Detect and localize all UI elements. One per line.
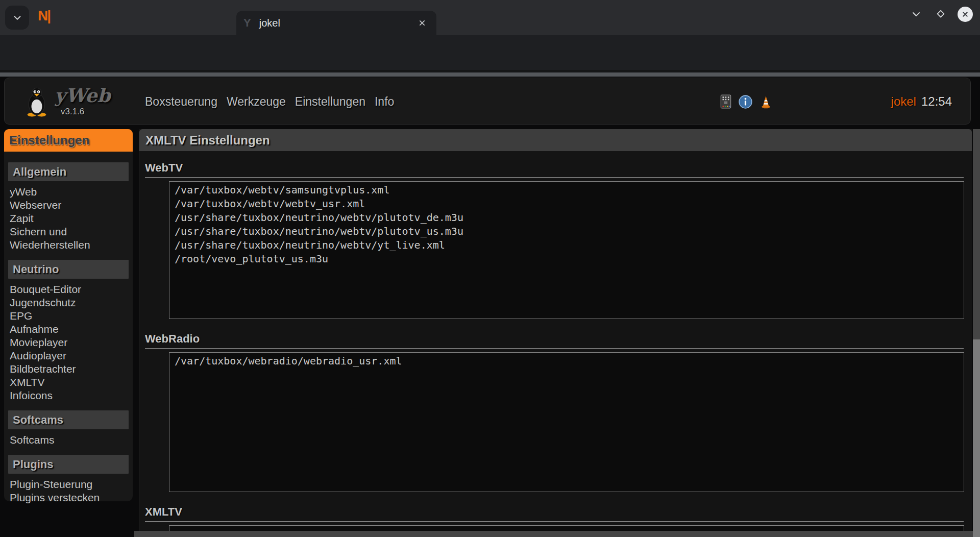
yweb-logo-text: yWeb	[55, 84, 110, 107]
screen: N| Y jokel	[0, 0, 980, 537]
webtv-rule	[145, 177, 964, 178]
sidebar: Allgemein yWeb Webserver Zapit Sichern u…	[4, 152, 133, 501]
tux-penguin-icon	[25, 86, 48, 117]
sidebar-item-bouquet-editor[interactable]: Bouquet-Editor	[10, 283, 130, 296]
sidebar-links-softcams: Softcams	[4, 429, 133, 448]
yweb-logo: yWeb v3.1.6	[25, 86, 127, 118]
webradio-rule	[145, 348, 964, 349]
webtv-textarea[interactable]: /var/tuxbox/webtv/samsungtvplus.xml /var…	[169, 181, 964, 319]
sidebar-item-plugins-verstecken[interactable]: Plugins verstecken	[10, 491, 130, 504]
maximize-icon	[935, 9, 946, 20]
field-group-webradio: WebRadio /var/tuxbox/webradio/webradio_u…	[145, 332, 965, 492]
remote-icon[interactable]	[720, 94, 731, 109]
main-content: XMLTV Einstellungen WebTV /var/tuxbox/we…	[139, 129, 972, 537]
tab-favicon: Y	[243, 16, 251, 30]
sidebar-item-zapit[interactable]: Zapit	[10, 212, 130, 225]
header-icons	[720, 78, 772, 125]
tab-search-button[interactable]	[5, 6, 29, 30]
page-title: XMLTV Einstellungen	[139, 129, 972, 151]
tab-title: jokel	[259, 17, 415, 29]
nav-einstellungen[interactable]: Einstellungen	[295, 95, 365, 109]
sidebar-item-bildbetrachter[interactable]: Bildbetrachter	[10, 362, 130, 376]
sidebar-section-neutrino: Neutrino	[8, 260, 129, 279]
sidebar-links-allgemein: yWeb Webserver Zapit Sichern und Wiederh…	[4, 181, 133, 253]
close-icon	[961, 10, 970, 19]
yweb-header: yWeb v3.1.6 Boxsteuerung Werkzeuge Einst…	[4, 78, 971, 125]
sidebar-item-xmltv[interactable]: XMLTV	[10, 376, 130, 389]
window-maximize-button[interactable]	[933, 7, 948, 22]
sidebar-item-yweb[interactable]: yWeb	[10, 185, 130, 199]
clock: 12:54	[921, 94, 952, 109]
sidebar-item-aufnahme[interactable]: Aufnahme	[10, 323, 130, 336]
pinned-tab-favicon[interactable]: N|	[38, 8, 50, 24]
yweb-version: v3.1.6	[61, 107, 84, 117]
sidebar-item-sichern[interactable]: Sichern und Wiederherstellen	[10, 225, 130, 252]
window-close-button[interactable]	[958, 7, 973, 22]
horizontal-scrollbar[interactable]	[134, 531, 973, 537]
sidebar-item-plugin-steuerung[interactable]: Plugin-Steuerung	[10, 478, 130, 491]
tab-close-button[interactable]	[415, 16, 429, 30]
window-minimize-button[interactable]	[909, 7, 924, 22]
sidebar-item-infoicons[interactable]: Infoicons	[10, 389, 130, 402]
frame-border	[0, 72, 980, 77]
sidebar-section-softcams: Softcams	[8, 410, 129, 429]
sidebar-title: Einstellungen	[4, 129, 133, 152]
sidebar-item-movieplayer[interactable]: Movieplayer	[10, 336, 130, 349]
xmltv-rule	[145, 521, 964, 522]
sidebar-item-webserver[interactable]: Webserver	[10, 199, 130, 212]
sidebar-section-allgemein: Allgemein	[8, 162, 129, 181]
field-group-webtv: WebTV /var/tuxbox/webtv/samsungtvplus.xm…	[145, 161, 965, 319]
vlc-cone-icon[interactable]	[760, 95, 772, 109]
webtv-label: WebTV	[145, 161, 965, 175]
logged-in-user: jokel	[891, 94, 916, 109]
active-tab[interactable]: Y jokel	[236, 11, 436, 35]
sidebar-item-epg[interactable]: EPG	[10, 309, 130, 323]
sidebar-item-jugendschutz[interactable]: Jugendschutz	[10, 296, 130, 309]
sidebar-item-audioplayer[interactable]: Audioplayer	[10, 349, 130, 362]
sidebar-links-plugins: Plugin-Steuerung Plugins verstecken	[4, 474, 133, 505]
webradio-label: WebRadio	[145, 332, 965, 346]
browser-toolbar: Nicht sicher http://192.168.10.148	[0, 35, 980, 70]
webradio-textarea[interactable]: /var/tuxbox/webradio/webradio_usr.xml	[169, 352, 964, 492]
vertical-scrollbar-thumb[interactable]	[973, 339, 980, 537]
content-body: WebTV /var/tuxbox/webtv/samsungtvplus.xm…	[139, 151, 972, 537]
xmltv-label: XMLTV	[145, 505, 965, 519]
window-controls	[909, 7, 973, 22]
close-icon	[417, 18, 427, 28]
nav-werkzeuge[interactable]: Werkzeuge	[227, 95, 286, 109]
sidebar-links-neutrino: Bouquet-Editor Jugendschutz EPG Aufnahme…	[4, 279, 133, 403]
tab-strip: N| Y jokel	[0, 0, 980, 35]
header-user-time: jokel 12:54	[891, 78, 952, 125]
minimize-icon	[910, 8, 922, 20]
nav-info[interactable]: Info	[375, 95, 394, 109]
sidebar-item-softcams[interactable]: Softcams	[10, 433, 130, 447]
nav-boxsteuerung[interactable]: Boxsteuerung	[145, 95, 217, 109]
header-nav: Boxsteuerung Werkzeuge Einstellungen Inf…	[145, 78, 394, 125]
chevron-down-icon	[12, 12, 23, 23]
sidebar-section-plugins: Plugins	[8, 455, 129, 474]
vertical-scrollbar[interactable]	[973, 129, 980, 537]
info-icon[interactable]	[739, 95, 752, 109]
